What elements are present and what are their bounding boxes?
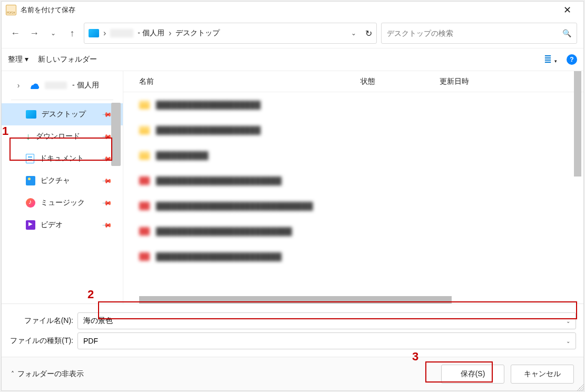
breadcrumb-user-suffix[interactable]: - 個人用 xyxy=(138,28,164,38)
view-mode-button[interactable]: ≣ ▾ xyxy=(544,54,557,65)
breadcrumb-user[interactable] xyxy=(110,29,133,37)
sidebar-item-label: ドキュメント xyxy=(40,154,84,163)
filename-field[interactable]: 海の景色 ⌄ xyxy=(77,312,576,329)
sidebar-item-label: ミュージック xyxy=(41,198,85,208)
file-row[interactable]: ████████████████████ xyxy=(123,92,574,117)
folder-icon xyxy=(139,101,150,109)
search-input[interactable] xyxy=(387,29,562,37)
address-dropdown-button[interactable]: ⌄ xyxy=(346,26,361,41)
onedrive-icon xyxy=(28,82,40,89)
save-button[interactable]: 保存(S) xyxy=(441,365,504,384)
sidebar-item-pictures[interactable]: ピクチャ 📌 xyxy=(2,170,123,192)
folder-icon xyxy=(139,151,150,160)
breadcrumb-separator-icon: › xyxy=(103,28,106,38)
file-icon xyxy=(139,177,150,185)
filetype-label: ファイルの種類(T): xyxy=(9,336,77,346)
cancel-button[interactable]: キャンセル xyxy=(511,365,574,384)
sidebar-scrollbar[interactable] xyxy=(111,103,121,166)
expand-icon[interactable]: › xyxy=(14,81,23,90)
column-date[interactable]: 更新日時 xyxy=(440,77,534,86)
back-button[interactable]: ← xyxy=(8,26,23,41)
resize-grip[interactable] xyxy=(577,384,584,391)
music-icon xyxy=(26,198,35,208)
navigation-bar: ← → ⌄ ↑ › - 個人用 › デスクトップ ⌄ ↻ 🔍 xyxy=(2,18,583,48)
close-button[interactable]: ✕ xyxy=(555,2,579,18)
hide-folders-label: フォルダーの非表示 xyxy=(17,369,84,379)
file-row[interactable]: ██████████████████████████████ xyxy=(123,193,574,219)
horizontal-scrollbar[interactable] xyxy=(139,296,452,303)
breadcrumb-separator-icon: › xyxy=(169,28,171,38)
pin-icon[interactable]: 📌 xyxy=(102,198,113,209)
chevron-down-icon[interactable]: ⌄ xyxy=(566,338,570,344)
file-row[interactable]: ████████████████████████ xyxy=(123,168,574,193)
column-name[interactable]: 名前 xyxy=(139,77,360,86)
sidebar-item-music[interactable]: ミュージック 📌 xyxy=(2,192,123,214)
sidebar-item-videos[interactable]: ビデオ 📌 xyxy=(2,214,123,236)
file-icon xyxy=(139,227,150,236)
sidebar-item-label: デスクトップ xyxy=(42,110,86,119)
filename-label: ファイル名(N): xyxy=(9,316,77,326)
file-icon xyxy=(139,252,150,261)
sidebar-item-label: ビデオ xyxy=(41,220,63,230)
save-form: ファイル名(N): 海の景色 ⌄ ファイルの種類(T): PDF ⌄ xyxy=(2,303,583,357)
vertical-scrollbar[interactable] xyxy=(574,71,581,177)
search-icon[interactable]: 🔍 xyxy=(562,29,571,37)
command-bar: 整理 ▾ 新しいフォルダー ≣ ▾ ? xyxy=(2,48,583,71)
help-button[interactable]: ? xyxy=(567,54,577,65)
pictures-icon xyxy=(26,176,35,185)
app-icon xyxy=(6,5,16,15)
folder-icon xyxy=(139,126,150,134)
videos-icon xyxy=(26,220,35,230)
new-folder-button[interactable]: 新しいフォルダー xyxy=(38,55,97,64)
file-row[interactable]: ██████████ xyxy=(123,143,574,168)
filename-input[interactable]: 海の景色 xyxy=(83,316,566,326)
downloads-icon: ↓ xyxy=(26,131,31,142)
organize-menu[interactable]: 整理 ▾ xyxy=(8,55,28,64)
column-headers: ˄ 名前 状態 更新日時 xyxy=(123,71,583,92)
sidebar-item-onedrive[interactable]: › - 個人用 xyxy=(2,74,123,96)
refresh-button[interactable]: ↻ xyxy=(365,28,372,38)
breadcrumb-desktop[interactable]: デスクトップ xyxy=(175,28,220,38)
title-bar: 名前を付けて保存 ✕ xyxy=(2,2,583,18)
file-row[interactable]: ██████████████████████████ xyxy=(123,219,574,244)
hide-folders-toggle[interactable]: ˄ フォルダーの非表示 xyxy=(11,369,84,379)
file-icon xyxy=(139,202,150,210)
sidebar-user-name xyxy=(45,82,67,89)
column-state[interactable]: 状態 xyxy=(360,77,440,86)
file-list-pane: ˄ 名前 状態 更新日時 ████████████████████ ██████… xyxy=(123,71,583,303)
dialog-footer: ˄ フォルダーの非表示 保存(S) キャンセル xyxy=(2,357,583,390)
sidebar-item-desktop[interactable]: デスクトップ 📌 xyxy=(2,103,123,125)
file-row[interactable]: ████████████████████ xyxy=(123,117,574,143)
desktop-icon xyxy=(26,110,36,119)
filetype-field[interactable]: PDF ⌄ xyxy=(77,332,576,349)
sidebar-item-label: ダウンロード xyxy=(36,132,80,141)
forward-button[interactable]: → xyxy=(27,26,42,41)
address-bar[interactable]: › - 個人用 › デスクトップ ⌄ ↻ xyxy=(84,23,377,44)
chevron-down-icon[interactable]: ⌄ xyxy=(566,318,570,324)
recent-locations-button[interactable]: ⌄ xyxy=(46,26,61,41)
file-row[interactable]: ████████████████████████ xyxy=(123,244,574,269)
location-icon xyxy=(89,29,99,37)
sidebar-onedrive-suffix: - 個人用 xyxy=(72,81,99,90)
pin-icon[interactable]: 📌 xyxy=(102,220,113,231)
filetype-select[interactable]: PDF xyxy=(83,337,566,345)
navigation-pane: › - 個人用 デスクトップ 📌 ↓ ダウンロード 📌 ドキュメント 📌 xyxy=(2,71,123,303)
up-button[interactable]: ↑ xyxy=(65,26,80,41)
sidebar-item-label: ピクチャ xyxy=(41,176,70,185)
sidebar-item-downloads[interactable]: ↓ ダウンロード 📌 xyxy=(2,125,123,148)
documents-icon xyxy=(26,154,34,163)
search-box[interactable]: 🔍 xyxy=(381,23,577,44)
chevron-up-icon: ˄ xyxy=(11,370,14,378)
sidebar-item-documents[interactable]: ドキュメント 📌 xyxy=(2,148,123,170)
sidebar-divider xyxy=(11,100,113,100)
window-title: 名前を付けて保存 xyxy=(21,5,75,15)
pin-icon[interactable]: 📌 xyxy=(102,175,113,187)
file-list[interactable]: ████████████████████ ███████████████████… xyxy=(123,92,574,295)
